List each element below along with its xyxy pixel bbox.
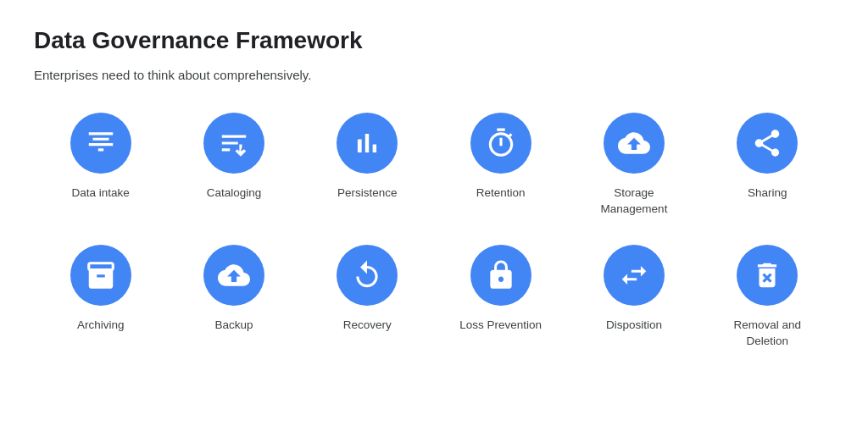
sharing-icon-circle: [737, 113, 798, 174]
disposition-icon: [618, 259, 650, 291]
cataloging-label: Cataloging: [207, 185, 262, 202]
retention-label: Retention: [476, 185, 526, 202]
item-recovery: Recovery: [301, 245, 434, 350]
retention-icon: [485, 127, 517, 159]
recovery-icon: [351, 259, 383, 291]
backup-icon: [218, 259, 250, 291]
sharing-label: Sharing: [748, 185, 787, 202]
item-storage-management: Storage Management: [567, 113, 700, 218]
backup-icon-circle: [203, 245, 264, 306]
backup-label: Backup: [214, 318, 253, 334]
recovery-label: Recovery: [343, 318, 392, 334]
storage-management-icon: [618, 127, 650, 159]
removal-deletion-label: Removal and Deletion: [721, 318, 814, 350]
removal-deletion-icon-circle: [737, 245, 798, 306]
loss-prevention-label: Loss Prevention: [459, 318, 542, 334]
item-backup: Backup: [167, 245, 300, 350]
archiving-icon-circle: [70, 245, 131, 306]
item-data-intake: Data intake: [34, 113, 167, 218]
item-disposition: Disposition: [567, 245, 700, 350]
item-persistence: Persistence: [301, 113, 434, 218]
archiving-label: Archiving: [77, 318, 125, 334]
archiving-icon: [85, 259, 117, 291]
cataloging-icon-circle: [203, 113, 264, 174]
item-loss-prevention: Loss Prevention: [434, 245, 567, 350]
persistence-icon: [351, 127, 383, 159]
page-title: Data Governance Framework: [34, 27, 834, 54]
cataloging-icon: [218, 127, 250, 159]
recovery-icon-circle: [337, 245, 398, 306]
retention-icon-circle: [470, 113, 531, 174]
page-subtitle: Enterprises need to think about comprehe…: [34, 68, 834, 82]
data-intake-label: Data intake: [72, 185, 130, 202]
persistence-label: Persistence: [337, 185, 398, 202]
item-archiving: Archiving: [34, 245, 167, 350]
disposition-icon-circle: [604, 245, 665, 306]
loss-prevention-icon: [485, 259, 517, 291]
disposition-label: Disposition: [606, 318, 662, 334]
item-removal-deletion: Removal and Deletion: [701, 245, 834, 350]
storage-management-label: Storage Management: [587, 185, 681, 218]
storage-management-icon-circle: [604, 113, 665, 174]
persistence-icon-circle: [337, 113, 398, 174]
loss-prevention-icon-circle: [470, 245, 531, 306]
removal-deletion-icon: [751, 259, 783, 291]
data-intake-icon-circle: [70, 113, 131, 174]
framework-grid: Data intake Cataloging Persistence Reten…: [34, 113, 834, 350]
item-retention: Retention: [434, 113, 567, 218]
data-intake-icon: [85, 127, 117, 159]
sharing-icon: [751, 127, 783, 159]
item-sharing: Sharing: [701, 113, 834, 218]
item-cataloging: Cataloging: [167, 113, 300, 218]
